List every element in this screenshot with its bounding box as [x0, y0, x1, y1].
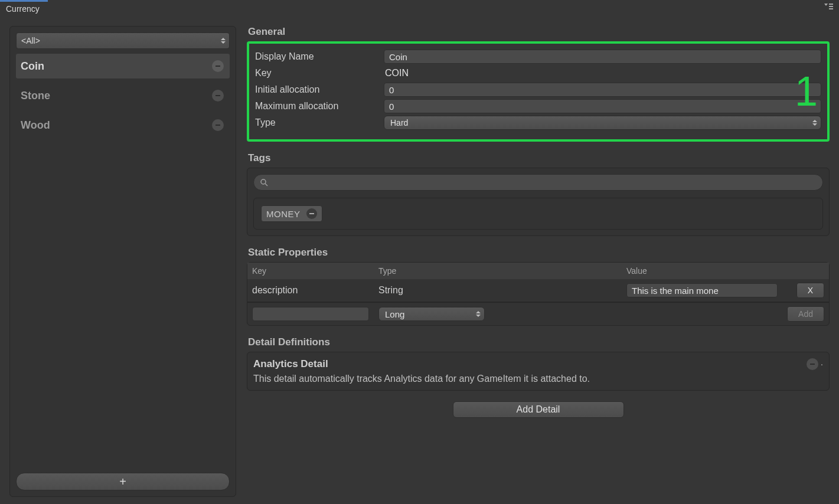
window-menu-button[interactable] — [818, 0, 839, 14]
window-tab-currency[interactable]: Currency — [0, 0, 48, 14]
filter-dropdown[interactable]: <All> — [16, 32, 230, 49]
section-heading-static-properties: Static Properties — [247, 247, 830, 262]
sidebar-item-label: Coin — [18, 60, 207, 73]
display-name-input[interactable] — [384, 50, 821, 64]
tag-label: MONEY — [266, 209, 301, 219]
label-type: Type — [255, 117, 384, 128]
add-prop-button[interactable]: Add — [787, 306, 824, 322]
svg-rect-10 — [810, 364, 815, 365]
prop-value-input[interactable] — [626, 283, 778, 297]
dropdown-handle-icon — [476, 311, 481, 317]
detail-menu-icon[interactable]: · — [821, 359, 823, 369]
sidebar-item-label: Wood — [18, 119, 207, 132]
section-heading-general: General — [247, 26, 830, 41]
general-section-highlight: 1 Display Name Key COIN Initial allocati… — [247, 41, 830, 142]
analytics-detail-panel: Analytics Detail · This detail automatic… — [247, 352, 830, 391]
sidebar-item-stone[interactable]: Stone — [16, 83, 230, 108]
svg-rect-6 — [216, 125, 220, 126]
svg-rect-1 — [829, 4, 833, 5]
sidebar-item-coin[interactable]: Coin — [16, 54, 230, 78]
col-key: Key — [247, 263, 374, 279]
add-detail-button[interactable]: Add Detail — [453, 401, 624, 418]
svg-rect-5 — [216, 95, 220, 96]
detail-title: Analytics Detail — [253, 358, 807, 370]
label-display-name: Display Name — [255, 51, 384, 62]
plus-icon: + — [119, 475, 126, 489]
tags-panel: MONEY — [247, 168, 830, 236]
remove-tag-button[interactable] — [306, 208, 317, 219]
titlebar-spacer — [48, 0, 818, 14]
add-currency-button[interactable]: + — [16, 473, 230, 490]
remove-item-button[interactable] — [212, 90, 224, 102]
tag-chip-money: MONEY — [261, 205, 322, 222]
dropdown-handle-icon — [221, 38, 226, 44]
property-row: description String X — [247, 279, 829, 302]
label-maximum-allocation: Maximum allocation — [255, 101, 384, 112]
section-heading-detail-definitions: Detail Definitions — [247, 336, 830, 352]
remove-prop-button[interactable]: X — [796, 283, 824, 298]
svg-rect-4 — [216, 66, 220, 67]
new-prop-type-dropdown[interactable]: Long — [378, 307, 485, 321]
tags-container: MONEY — [253, 198, 823, 230]
svg-rect-9 — [309, 213, 314, 214]
new-property-row: Long Add — [247, 302, 829, 325]
svg-rect-3 — [829, 8, 833, 9]
type-dropdown-value: Hard — [390, 118, 408, 127]
dropdown-handle-icon — [812, 120, 817, 126]
tags-search-input[interactable] — [253, 174, 823, 191]
svg-line-8 — [265, 184, 267, 186]
label-initial-allocation: Initial allocation — [255, 84, 384, 95]
tab-title: Currency — [6, 4, 40, 14]
col-type: Type — [374, 263, 622, 279]
type-dropdown[interactable]: Hard — [384, 116, 821, 130]
label-key: Key — [255, 68, 384, 78]
new-prop-type-value: Long — [385, 309, 404, 319]
detail-description: This detail automatically tracks Analyti… — [253, 374, 823, 384]
remove-item-button[interactable] — [212, 60, 224, 72]
svg-rect-2 — [829, 6, 833, 7]
static-properties-panel: Key Type Value description String X — [247, 262, 830, 326]
maximum-allocation-input[interactable] — [384, 99, 821, 113]
currency-list-sidebar: <All> Coin Stone — [9, 26, 236, 497]
svg-point-7 — [261, 179, 266, 184]
search-icon — [260, 178, 268, 186]
prop-key: description — [247, 279, 374, 302]
sidebar-item-wood[interactable]: Wood — [16, 113, 230, 138]
remove-detail-button[interactable] — [807, 358, 818, 370]
col-value: Value — [622, 263, 829, 279]
sidebar-item-label: Stone — [18, 90, 207, 102]
svg-marker-0 — [824, 4, 828, 6]
prop-type: String — [374, 279, 622, 302]
filter-label: <All> — [21, 36, 40, 45]
key-value: COIN — [384, 68, 821, 78]
remove-item-button[interactable] — [212, 119, 224, 131]
initial-allocation-input[interactable] — [384, 83, 821, 97]
new-prop-key-input[interactable] — [252, 307, 369, 321]
section-heading-tags: Tags — [247, 152, 830, 168]
